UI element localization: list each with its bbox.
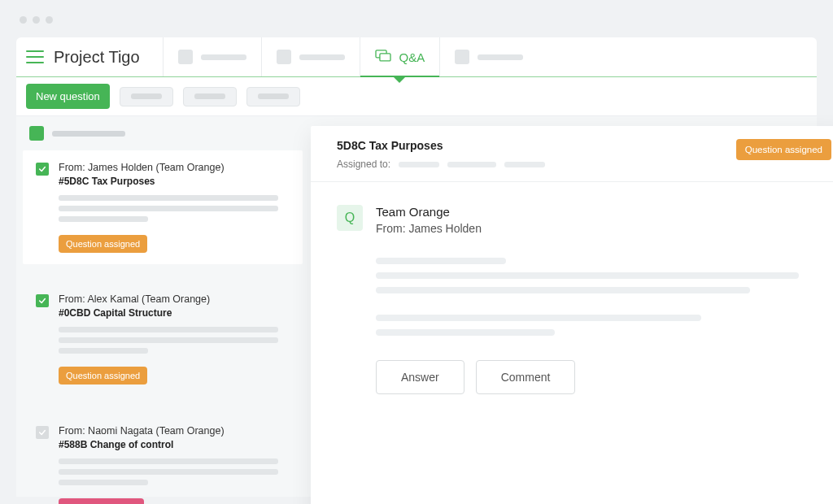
tab-label-placeholder <box>299 54 345 60</box>
tab-icon-placeholder <box>277 50 291 64</box>
content-area: From: James Holden (Team Orange) #5D8C T… <box>16 116 817 497</box>
menu-icon[interactable] <box>26 50 44 63</box>
question-from: From: James Holden (Team Orange) <box>59 162 225 173</box>
detail-title: 5D8C Tax Purposes <box>337 139 545 152</box>
question-card[interactable]: From: James Holden (Team Orange) #5D8C T… <box>23 150 303 264</box>
team-name: Team Orange <box>376 205 482 219</box>
tab-label: Q&A <box>399 50 425 64</box>
app-window: Project Tigo Q& <box>16 37 817 496</box>
list-header-placeholder <box>52 131 125 137</box>
question-body-preview <box>59 195 290 222</box>
toolbar: New question <box>16 77 817 116</box>
assigned-to-row: Assigned to: <box>337 159 545 170</box>
assignee-placeholder <box>504 162 545 167</box>
status-badge: Question assigned <box>59 235 147 253</box>
tab-placeholder-1[interactable] <box>163 37 261 76</box>
dot <box>33 16 40 24</box>
header: Project Tigo Q& <box>16 37 817 76</box>
detail-header: 5D8C Tax Purposes Assigned to: Question … <box>311 126 833 181</box>
filter-pill-3[interactable] <box>246 87 300 106</box>
question-subject: #0CBD Capital Structure <box>59 307 210 319</box>
browser-frame: Project Tigo Q& <box>8 8 825 496</box>
question-from: From: Naomi Nagata (Team Orange) <box>59 425 225 437</box>
status-badge: Question assigned <box>736 139 831 160</box>
svg-rect-1 <box>380 54 390 61</box>
question-body-preview <box>59 327 290 354</box>
thread-body <box>376 258 822 336</box>
thread-actions: Answer Comment <box>376 360 822 394</box>
checkbox-icon[interactable] <box>36 163 49 176</box>
status-badge: Awaiting approval <box>59 498 144 504</box>
tab-label-placeholder <box>478 54 523 60</box>
question-card[interactable]: From: Alex Kamal (Team Orange) #0CBD Cap… <box>23 282 303 396</box>
dot <box>20 16 27 24</box>
author-line: From: James Holden <box>376 222 482 235</box>
question-card[interactable]: From: Naomi Nagata (Team Orange) #588B C… <box>23 414 303 504</box>
tab-row: Q&A <box>163 37 539 76</box>
question-subject: #5D8C Tax Purposes <box>59 176 225 187</box>
tab-placeholder-2[interactable] <box>261 37 360 76</box>
tab-arrow-icon <box>394 77 405 83</box>
answer-button[interactable]: Answer <box>376 360 464 394</box>
project-title: Project Tigo <box>54 48 140 67</box>
tab-qa[interactable]: Q&A <box>360 37 440 76</box>
chat-icon <box>375 50 391 64</box>
comment-button[interactable]: Comment <box>476 360 576 394</box>
header-divider <box>16 76 817 77</box>
tab-icon-placeholder <box>178 50 193 64</box>
question-detail-panel: 5D8C Tax Purposes Assigned to: Question … <box>311 126 833 504</box>
checkbox-icon[interactable] <box>36 294 49 307</box>
checkbox-icon[interactable] <box>36 426 49 439</box>
thread: Q Team Orange From: James Holden <box>311 182 833 411</box>
tab-label-placeholder <box>201 54 246 60</box>
question-glyph-icon: Q <box>337 205 363 231</box>
question-body-preview <box>59 458 290 485</box>
assignee-placeholder <box>399 162 439 167</box>
question-from: From: Alex Kamal (Team Orange) <box>59 293 210 305</box>
dot <box>46 16 53 24</box>
select-all-checkbox[interactable] <box>29 126 44 141</box>
browser-dots <box>20 16 53 24</box>
filter-pill-1[interactable] <box>120 87 173 106</box>
assigned-to-label: Assigned to: <box>337 159 390 170</box>
new-question-button[interactable]: New question <box>26 84 110 109</box>
filter-pill-2[interactable] <box>183 87 237 106</box>
status-badge: Question assigned <box>59 367 147 385</box>
tab-placeholder-3[interactable] <box>439 37 538 76</box>
question-subject: #588B Change of control <box>59 439 225 450</box>
assignee-placeholder <box>447 162 496 167</box>
tab-icon-placeholder <box>455 50 469 64</box>
